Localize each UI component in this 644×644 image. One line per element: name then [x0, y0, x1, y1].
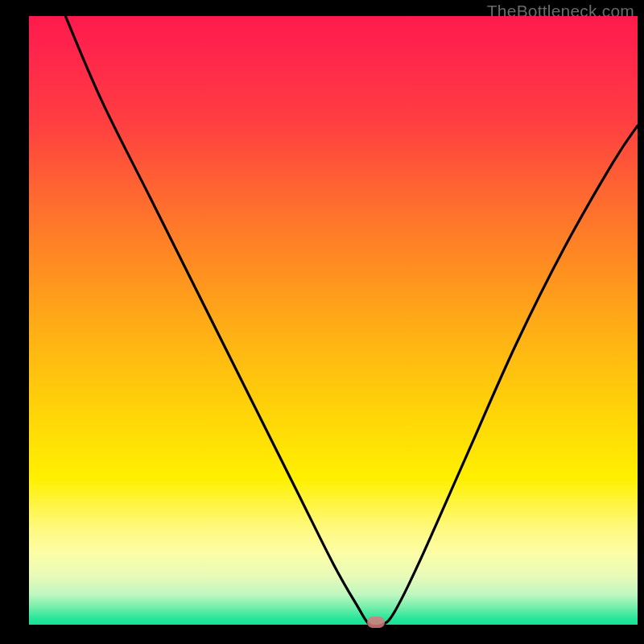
- bottleneck-curve: [29, 16, 638, 625]
- chart-frame: TheBottleneck.com: [0, 0, 644, 644]
- optimal-marker: [367, 617, 385, 628]
- plot-area: [29, 16, 638, 625]
